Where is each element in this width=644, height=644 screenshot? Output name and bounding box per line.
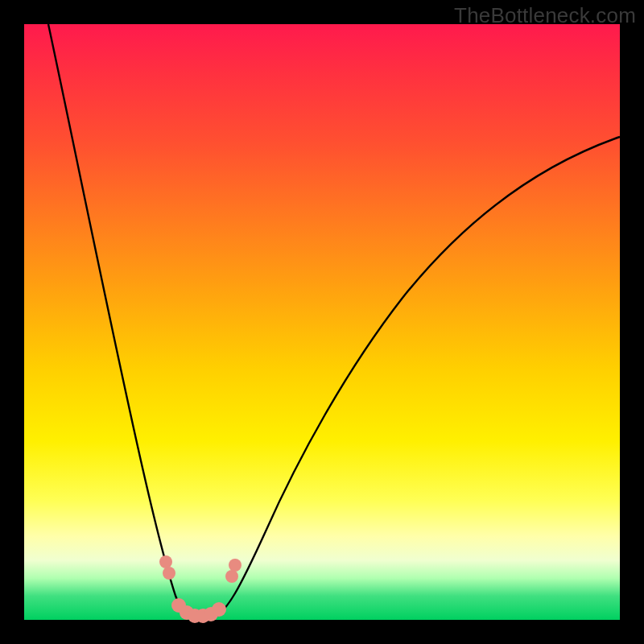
svg-point-0 (159, 555, 172, 568)
watermark-text: TheBottleneck.com (454, 3, 636, 28)
curve-right-arm (214, 137, 620, 617)
svg-point-8 (225, 570, 238, 583)
curve-layer (24, 24, 620, 620)
svg-point-1 (163, 567, 175, 580)
curve-left-arm (48, 24, 193, 617)
marker-dots (159, 555, 242, 623)
svg-point-7 (212, 602, 226, 617)
svg-point-9 (229, 559, 242, 572)
chart-frame: TheBottleneck.com (0, 0, 644, 644)
